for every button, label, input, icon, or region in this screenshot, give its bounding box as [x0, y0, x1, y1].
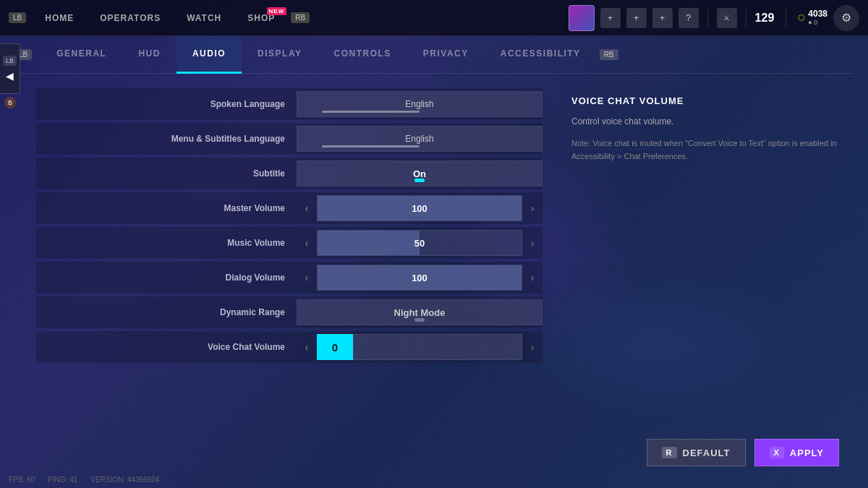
music-volume-right-arrow[interactable]: › — [522, 230, 542, 256]
tab-accessibility[interactable]: ACCESSIBILITY — [485, 36, 597, 74]
voice-chat-volume-label: Voice Chat Volume — [36, 342, 297, 352]
master-volume-bar[interactable]: 100 — [317, 195, 522, 221]
nav-stats: 129 ⬡ 4038 ● 0 — [755, 9, 827, 27]
dialog-volume-value: 100 — [412, 273, 427, 283]
spoken-language-value: English — [405, 99, 433, 109]
apply-badge: X — [770, 447, 784, 458]
player-avatar[interactable] — [569, 5, 595, 31]
dialog-volume-right-arrow[interactable]: › — [522, 265, 542, 291]
coin-stat: ⬡ 4038 ● 0 — [798, 9, 827, 27]
top-nav: LB HOME OPERATORS WATCH SHOP NEW RB + + … — [0, 0, 868, 36]
weapon-icon[interactable]: ⚔ — [717, 8, 737, 28]
menu-language-label: Menu & Subtitles Language — [36, 134, 297, 144]
add-icon-1[interactable]: + — [600, 8, 621, 28]
back-lb-badge: LB — [3, 56, 17, 66]
voice-chat-right-arrow[interactable]: › — [522, 334, 542, 360]
coin-icon: ⬡ — [798, 13, 805, 22]
master-volume-value: 100 — [412, 203, 427, 214]
tab-rb-badge: RB — [600, 49, 618, 60]
voice-chat-left-arrow[interactable]: ‹ — [297, 334, 317, 360]
subtitle-control[interactable]: On — [297, 160, 542, 187]
coin-amount: 4038 — [808, 9, 827, 19]
back-button-area: LB ◀ B — [0, 43, 20, 108]
voice-chat-volume-row: Voice Chat Volume ‹ 0 › — [36, 331, 542, 363]
back-arrow-button[interactable]: LB ◀ — [0, 43, 20, 94]
settings-panel: Spoken Language English Menu & Subtitles… — [36, 88, 542, 445]
ping-stat: PING: 41 — [48, 476, 77, 484]
voice-chat-bar[interactable] — [353, 334, 522, 360]
nav-right: + + + ? ⚔ 129 ⬡ 4038 ● 0 ⚙ — [569, 5, 859, 31]
spoken-language-control[interactable]: English — [297, 91, 542, 117]
back-b-badge: B — [4, 97, 16, 108]
shop-new-badge: NEW — [267, 7, 287, 15]
spoken-language-row: Spoken Language English — [36, 88, 542, 120]
nav-item-operators[interactable]: OPERATORS — [87, 0, 174, 36]
bottom-buttons: R DEFAULT X APPLY — [647, 439, 839, 466]
info-panel: VOICE CHAT VOLUME Control voice chat vol… — [571, 88, 839, 445]
tab-audio[interactable]: AUDIO — [176, 36, 242, 74]
subtitle-label: Subtitle — [36, 168, 297, 179]
add-icon-2[interactable]: + — [626, 8, 647, 28]
master-volume-label: Master Volume — [36, 203, 297, 213]
footer: FPS: 60 PING: 41 VERSION: 44366504 — [9, 476, 159, 484]
master-volume-right-arrow[interactable]: › — [522, 195, 542, 221]
tab-hud[interactable]: HUD — [122, 36, 176, 74]
menu-language-control[interactable]: English — [297, 126, 542, 152]
tab-privacy[interactable]: PRIVACY — [407, 36, 485, 74]
menu-language-slider — [322, 145, 420, 147]
master-volume-row: Master Volume ‹ 100 › — [36, 192, 542, 224]
nav-item-watch[interactable]: WATCH — [174, 0, 234, 36]
settings-container: LB GENERAL HUD AUDIO DISPLAY CONTROLS PR… — [0, 36, 868, 74]
music-volume-fill — [318, 231, 420, 255]
dialog-volume-bar[interactable]: 100 — [317, 265, 522, 291]
nav-rb-badge: RB — [291, 12, 310, 23]
gear-settings-button[interactable]: ⚙ — [833, 5, 859, 31]
apply-label: APPLY — [790, 448, 824, 458]
default-button[interactable]: R DEFAULT — [647, 439, 746, 466]
version-stat: VERSION: 44366504 — [90, 476, 159, 484]
apply-button[interactable]: X APPLY — [754, 439, 840, 466]
spoken-language-label: Spoken Language — [36, 99, 297, 109]
back-arrow-icon: ◀ — [6, 70, 14, 82]
spoken-language-slider — [322, 111, 420, 113]
fps-stat: FPS: 60 — [9, 476, 35, 484]
dialog-volume-row: Dialog Volume ‹ 100 › — [36, 262, 542, 294]
dialog-volume-label: Dialog Volume — [36, 273, 297, 283]
main-content: Spoken Language English Menu & Subtitles… — [0, 74, 868, 459]
nav-divider-3 — [786, 9, 786, 27]
default-badge: R — [662, 447, 677, 458]
add-icon-3[interactable]: + — [652, 8, 673, 28]
gear-icon: ⚙ — [841, 11, 851, 25]
tab-display[interactable]: DISPLAY — [242, 36, 318, 74]
dialog-volume-left-arrow[interactable]: ‹ — [297, 265, 317, 291]
music-volume-bar[interactable]: 50 — [317, 230, 522, 256]
info-note: Note: Voice chat is muted when "Convert … — [571, 137, 839, 163]
tab-controls[interactable]: CONTROLS — [318, 36, 407, 74]
nav-divider-1 — [707, 9, 708, 27]
music-volume-left-arrow[interactable]: ‹ — [297, 230, 317, 256]
info-desc: Control voice chat volume. — [571, 115, 839, 129]
subtitle-toggle-dot — [414, 179, 425, 182]
master-volume-left-arrow[interactable]: ‹ — [297, 195, 317, 221]
nav-item-home[interactable]: HOME — [32, 0, 87, 36]
night-mode-dot — [414, 318, 425, 322]
night-mode-value: Night Mode — [394, 307, 446, 318]
voice-chat-value-box: 0 — [317, 334, 353, 360]
nav-item-shop[interactable]: SHOP NEW — [234, 0, 288, 36]
info-title: VOICE CHAT VOLUME — [571, 95, 839, 106]
music-volume-label: Music Volume — [36, 238, 297, 248]
menu-language-value: English — [405, 134, 433, 144]
voice-chat-control: 0 — [317, 334, 522, 360]
coin-extra: ● 0 — [808, 19, 827, 27]
dynamic-range-control[interactable]: Night Mode — [297, 299, 542, 325]
nav-divider-2 — [746, 9, 746, 27]
tab-general[interactable]: GENERAL — [41, 36, 122, 74]
dynamic-range-row: Dynamic Range Night Mode — [36, 296, 542, 328]
nav-items: HOME OPERATORS WATCH SHOP NEW — [32, 0, 288, 36]
rank-number: 129 — [755, 12, 775, 25]
menu-language-row: Menu & Subtitles Language English — [36, 123, 542, 155]
subtitle-value: On — [413, 168, 426, 179]
voice-chat-value: 0 — [332, 341, 338, 354]
default-label: DEFAULT — [683, 448, 731, 458]
info-icon[interactable]: ? — [678, 8, 699, 28]
